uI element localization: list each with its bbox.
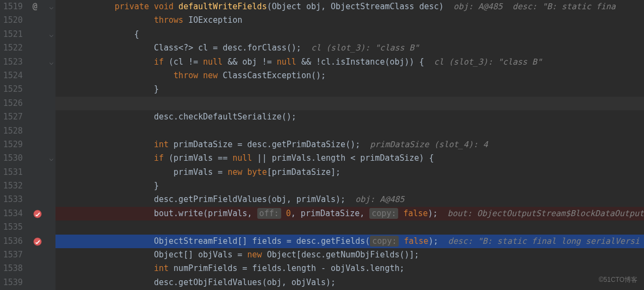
code-token: new byte <box>227 167 267 177</box>
code-line[interactable] <box>55 124 644 138</box>
code-line[interactable]: Class<?> cl = desc.forClass(); cl (slot_… <box>55 41 644 55</box>
line-number: 1530 <box>0 152 23 165</box>
gutter-row[interactable] <box>28 248 55 262</box>
code-line[interactable]: primVals = new byte[primDataSize]; <box>55 166 644 179</box>
code-line[interactable] <box>55 97 644 110</box>
code-token: obj: A@485 desc: "B: static fina <box>454 2 616 11</box>
line-number: 1525 <box>0 83 23 96</box>
code-token: primVals = <box>134 167 228 177</box>
code-line[interactable]: } <box>55 83 644 96</box>
line-number: 1519 <box>0 0 23 14</box>
gutter-row[interactable] <box>28 235 55 248</box>
gutter-row[interactable] <box>28 124 55 138</box>
code-token: false <box>403 209 428 218</box>
code-token: desc.getPrimFieldValues(obj, primVals); <box>134 194 355 204</box>
code-token: [primDataSize]; <box>267 167 340 177</box>
gutter-row[interactable]: ⌵ <box>28 55 55 69</box>
code-token: if <box>154 57 169 67</box>
line-number: 1533 <box>0 193 23 206</box>
code-line[interactable] <box>55 220 644 234</box>
code-token: int <box>154 263 174 273</box>
code-line[interactable]: Object[] objVals = new Object[desc.getNu… <box>55 248 644 262</box>
code-editor[interactable]: 1519152015211522152315241525152615271528… <box>0 0 644 290</box>
code-line[interactable]: int primDataSize = desc.getPrimDataSize(… <box>55 138 644 152</box>
code-token: obj: A@485 <box>355 194 404 204</box>
line-number: 1531 <box>0 166 23 179</box>
code-line[interactable]: if (cl != null && obj != null && !cl.isI… <box>55 55 644 69</box>
code-token: null <box>203 57 227 67</box>
gutter-row[interactable] <box>28 69 55 83</box>
code-token: if <box>154 153 169 163</box>
fold-toggle-icon[interactable]: ⌵ <box>49 55 54 69</box>
code-line[interactable]: int numPrimFields = fields.length - objV… <box>55 262 644 275</box>
fold-toggle-icon[interactable]: ⌵ <box>49 0 54 14</box>
code-token: ClassCastException(); <box>222 71 326 80</box>
line-number: 1529 <box>0 138 23 152</box>
line-number: 1521 <box>0 28 23 41</box>
fold-toggle-icon[interactable]: ⌵ <box>49 152 54 165</box>
code-line[interactable]: desc.getObjFieldValues(obj, objVals); <box>55 276 644 289</box>
code-line[interactable]: bout.write(primVals, off: 0, primDataSiz… <box>55 207 644 220</box>
code-token: Class<?> cl = desc.forClass(); <box>134 43 311 53</box>
line-number: 1539 <box>0 276 23 289</box>
gutter-row[interactable] <box>28 276 55 289</box>
code-token: void <box>154 2 178 11</box>
code-token: bout.write(primVals, <box>134 209 257 218</box>
code-token: false <box>404 236 429 246</box>
gutter-row[interactable] <box>28 14 55 27</box>
gutter-row[interactable] <box>28 97 55 110</box>
line-number: 1523 <box>0 55 23 69</box>
gutter-row[interactable] <box>28 193 55 206</box>
gutter-row[interactable] <box>28 138 55 152</box>
gutter-row[interactable] <box>28 220 55 234</box>
gutter-row[interactable] <box>28 41 55 55</box>
code-token <box>134 140 154 149</box>
breakpoint-icon[interactable] <box>33 237 42 247</box>
gutter-row[interactable] <box>28 179 55 193</box>
code-token: null <box>232 153 257 163</box>
code-token: && !cl.isInstance(obj)) { <box>301 57 434 67</box>
code-token: primDataSize = desc.getPrimDataSize(); <box>174 140 370 149</box>
marker-gutter[interactable]: @⌵⌵⌵⌵ <box>28 0 55 290</box>
code-token: } <box>134 181 159 191</box>
gutter-row[interactable] <box>28 166 55 179</box>
code-token: , primDataSize, <box>291 209 370 218</box>
gutter-row[interactable]: ⌵ <box>28 152 55 165</box>
code-token: } <box>134 84 159 94</box>
code-line[interactable]: ObjectStreamField[] fields = desc.getFie… <box>55 235 644 248</box>
code-area[interactable]: private void defaultWriteFields(Object o… <box>55 0 644 290</box>
fold-toggle-icon[interactable]: ⌵ <box>49 28 54 41</box>
code-token: null <box>277 57 301 67</box>
code-line[interactable]: { <box>55 28 644 41</box>
line-number: 1538 <box>0 262 23 275</box>
code-token: ); <box>428 209 448 218</box>
gutter-row[interactable]: ⌵ <box>28 28 55 41</box>
gutter-row[interactable] <box>28 262 55 275</box>
line-number: 1535 <box>0 220 23 234</box>
code-token: new <box>247 250 267 260</box>
gutter-row[interactable] <box>28 207 55 220</box>
code-line[interactable]: throws IOException <box>55 14 644 27</box>
code-line[interactable]: if (primVals == null || primVals.length … <box>55 152 644 165</box>
breakpoint-icon[interactable] <box>33 209 42 219</box>
gutter-row[interactable] <box>28 110 55 124</box>
gutter-row[interactable] <box>28 83 55 96</box>
code-token: defaultWriteFields <box>178 2 267 11</box>
line-number: 1534 <box>0 207 23 220</box>
code-line[interactable]: throw new ClassCastException(); <box>55 69 644 83</box>
code-line[interactable]: private void defaultWriteFields(Object o… <box>55 0 644 14</box>
inline-param-hint: off: <box>257 208 281 219</box>
inline-param-hint: copy: <box>370 236 399 247</box>
line-number: 1522 <box>0 41 23 55</box>
line-number-gutter: 1519152015211522152315241525152615271528… <box>0 0 28 290</box>
watermark: ©51CTO博客 <box>599 273 637 287</box>
gutter-row[interactable]: @⌵ <box>28 0 55 14</box>
code-line[interactable]: } <box>55 179 644 193</box>
code-line[interactable]: desc.checkDefaultSerialize(); <box>55 110 644 124</box>
code-token: Object[] objVals = <box>134 250 247 260</box>
code-line[interactable]: desc.getPrimFieldValues(obj, primVals); … <box>55 193 644 206</box>
code-token: numPrimFields = fields.length - objVals.… <box>174 263 404 273</box>
annotation-marker: @ <box>33 0 38 14</box>
line-number: 1537 <box>0 248 23 262</box>
code-token <box>134 57 154 67</box>
